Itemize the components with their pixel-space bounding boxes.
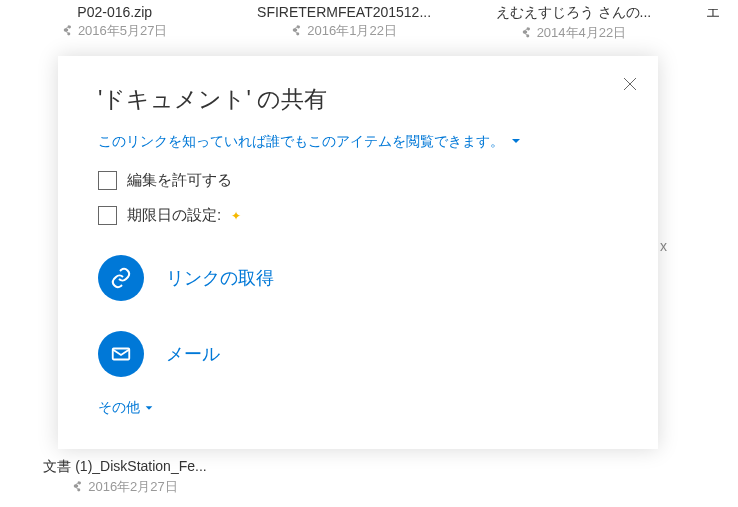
- expiry-label: 期限日の設定:: [127, 206, 221, 225]
- file-row-top: P02-016.zip 2016年5月27日 SFIRETERMFEAT2015…: [0, 0, 738, 42]
- file-name: P02-016.zip: [0, 4, 229, 20]
- file-name: えむえすじろう さんの...: [459, 4, 688, 22]
- dialog-title: 'ドキュメント' の共有: [98, 84, 618, 115]
- expiry-checkbox[interactable]: [98, 206, 117, 225]
- mail-button[interactable]: メール: [98, 331, 618, 377]
- get-link-label: リンクの取得: [166, 266, 274, 290]
- file-item[interactable]: エ: [688, 4, 738, 42]
- close-button[interactable]: [622, 76, 638, 96]
- chevron-down-icon: [144, 400, 154, 416]
- file-date: 2016年2月27日: [88, 478, 178, 496]
- file-date: 2016年1月22日: [307, 22, 397, 40]
- file-date: 2014年4月22日: [537, 24, 627, 42]
- file-date: 2016年5月27日: [78, 22, 168, 40]
- allow-edit-row[interactable]: 編集を許可する: [98, 171, 618, 190]
- expiry-row[interactable]: 期限日の設定: ✦: [98, 206, 618, 225]
- chevron-down-icon: [510, 134, 522, 150]
- stray-character: x: [660, 238, 667, 254]
- file-item[interactable]: 文書 (1)_DiskStation_Fe... 2016年2月27日: [20, 458, 230, 496]
- mail-label: メール: [166, 342, 220, 366]
- link-scope-label: このリンクを知っていれば誰でもこのアイテムを閲覧できます。: [98, 133, 504, 151]
- file-item[interactable]: P02-016.zip 2016年5月27日: [0, 4, 229, 42]
- allow-edit-label: 編集を許可する: [127, 171, 232, 190]
- share-icon: [72, 480, 84, 494]
- file-name: SFIRETERMFEAT201512...: [229, 4, 458, 20]
- allow-edit-checkbox[interactable]: [98, 171, 117, 190]
- file-name: エ: [688, 4, 738, 22]
- link-icon: [98, 255, 144, 301]
- share-dialog: 'ドキュメント' の共有 このリンクを知っていれば誰でもこのアイテムを閲覧できま…: [58, 56, 658, 449]
- file-item[interactable]: SFIRETERMFEAT201512... 2016年1月22日: [229, 4, 458, 42]
- file-item[interactable]: えむえすじろう さんの... 2014年4月22日: [459, 4, 688, 42]
- other-dropdown[interactable]: その他: [98, 399, 618, 417]
- mail-icon: [98, 331, 144, 377]
- link-scope-dropdown[interactable]: このリンクを知っていれば誰でもこのアイテムを閲覧できます。: [98, 133, 618, 151]
- other-label: その他: [98, 399, 140, 417]
- get-link-button[interactable]: リンクの取得: [98, 255, 618, 301]
- file-name: 文書 (1)_DiskStation_Fe...: [20, 458, 230, 476]
- share-icon: [521, 26, 533, 40]
- share-icon: [62, 24, 74, 38]
- share-icon: [291, 24, 303, 38]
- premium-star-icon: ✦: [231, 209, 241, 223]
